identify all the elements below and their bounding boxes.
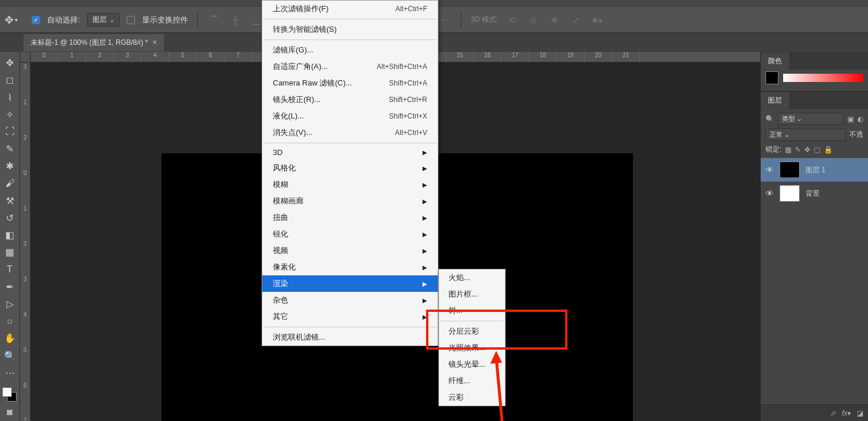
submenu-item[interactable]: 光照效果... (439, 340, 505, 356)
eraser-tool[interactable]: ◧ (0, 226, 19, 244)
ruler-tick: 7 (20, 416, 30, 421)
submenu-item[interactable]: 树... (439, 302, 505, 319)
submenu-item[interactable]: 纤维... (439, 373, 505, 389)
menu-item[interactable]: 浏览联机滤镜... (262, 329, 438, 346)
eyedropper-tool[interactable]: ✎ (0, 140, 19, 157)
align-vcenter-icon[interactable]: ╫ (229, 13, 243, 27)
ruler-corner (20, 52, 31, 63)
ruler-tick: 4 (20, 310, 30, 346)
link-icon[interactable]: ⬀ (830, 409, 836, 417)
layer-row[interactable]: 👁背景 (761, 182, 868, 205)
menu-item[interactable]: 自适应广角(A)...Alt+Shift+Ctrl+A (262, 58, 438, 75)
visibility-icon[interactable]: 👁 (765, 165, 774, 175)
shape-tool[interactable]: ○ (0, 313, 19, 330)
layer-row[interactable]: 👁图层 1 (761, 158, 868, 182)
3d-pan-icon[interactable]: ✥ (547, 13, 562, 27)
layers-panel-tab[interactable]: 图层 (761, 92, 789, 109)
submenu-item[interactable]: 云彩 (439, 389, 505, 406)
hand-tool[interactable]: ✋ (0, 330, 19, 347)
layer-thumb (780, 162, 800, 178)
auto-select-label: 自动选择: (47, 15, 80, 25)
lock-pixels-icon[interactable]: ▦ (785, 146, 791, 154)
lock-artboard-icon[interactable]: ▢ (814, 146, 820, 154)
filter-adj-icon[interactable]: ◐ (857, 115, 863, 123)
lock-all-icon[interactable]: 🔒 (824, 146, 833, 154)
marquee-tool[interactable]: ◻ (0, 71, 19, 88)
foreground-swatch[interactable] (2, 387, 12, 397)
pen-tool[interactable]: ✒ (0, 278, 19, 295)
3d-roll-icon[interactable]: ◎ (526, 13, 540, 27)
submenu-item[interactable]: 火焰... (439, 269, 505, 286)
auto-select-checkbox[interactable]: ✓ (32, 16, 40, 24)
path-tool[interactable]: ▷ (0, 295, 19, 313)
fx-icon[interactable]: fx▾ (842, 409, 851, 417)
ruler-tick: 0 (20, 169, 30, 204)
menu-item[interactable]: 镜头校正(R)...Shift+Ctrl+R (262, 91, 438, 108)
move-tool[interactable]: ✥ (0, 54, 19, 71)
color-swatches[interactable] (0, 385, 19, 404)
move-tool-icon[interactable]: ✥▾ (5, 14, 25, 27)
menu-item[interactable]: 液化(L)...Shift+Ctrl+X (262, 108, 438, 124)
lock-position-icon[interactable]: ✎ (795, 146, 801, 154)
menu-item[interactable]: 模糊画廊▶ (262, 193, 438, 209)
ruler-tick: 6 (20, 381, 30, 416)
type-tool[interactable]: T (0, 261, 19, 278)
extra-tool[interactable]: ⋯ (0, 364, 19, 381)
menu-separator (263, 40, 437, 40)
layer-name: 背景 (806, 189, 820, 199)
distribute-4-icon[interactable]: ⋯ (437, 13, 451, 27)
visibility-icon[interactable]: 👁 (765, 189, 774, 198)
menu-item[interactable]: 扭曲▶ (262, 209, 438, 226)
menu-item[interactable]: 上次滤镜操作(F)Alt+Ctrl+F (262, 1, 438, 17)
layer-thumb (780, 185, 800, 202)
menu-item[interactable]: 消失点(V)...Alt+Ctrl+V (262, 124, 438, 141)
menu-item[interactable]: 转换为智能滤镜(S) (262, 21, 438, 38)
magic-wand-tool[interactable]: ✧ (0, 106, 19, 123)
gradient-tool[interactable]: ▦ (0, 244, 19, 261)
menu-item[interactable]: 模糊▶ (262, 176, 438, 193)
lasso-tool[interactable]: ⌇ (0, 88, 19, 106)
filter-img-icon[interactable]: ▣ (847, 115, 854, 123)
ruler-tick: 5 (169, 52, 197, 62)
menu-item[interactable]: 视频▶ (262, 242, 438, 259)
color-thumb[interactable] (765, 71, 778, 84)
menu-item[interactable]: 像素化▶ (262, 259, 438, 275)
healing-tool[interactable]: ✱ (0, 157, 19, 175)
ruler-tick: 1 (20, 204, 30, 239)
vertical-ruler: 3120123456789 (20, 63, 31, 421)
submenu-item[interactable]: 分层云彩 (439, 323, 505, 340)
menu-item[interactable]: 杂色▶ (262, 292, 438, 308)
layer-filter-select[interactable]: 类型 ⌄ (778, 113, 844, 125)
3d-slide-icon[interactable]: ⤢ (569, 13, 583, 27)
show-transform-checkbox[interactable] (127, 16, 135, 24)
crop-tool[interactable]: ⛶ (0, 123, 19, 140)
close-tab-icon[interactable]: × (153, 38, 157, 47)
lock-move-icon[interactable]: ✥ (804, 146, 810, 154)
menu-item[interactable]: 渲染▶ (262, 275, 438, 292)
menu-item[interactable]: 风格化▶ (262, 160, 438, 176)
document-tab[interactable]: 未标题-1 @ 100% (图层 1, RGB/8#) * × (24, 34, 164, 51)
quickmask-tool[interactable]: ◙ (0, 404, 19, 421)
submenu-item[interactable]: 图片框... (439, 286, 505, 302)
mask-icon[interactable]: ◪ (857, 409, 863, 417)
3d-orbit-icon[interactable]: ⟲ (505, 13, 519, 27)
menu-item[interactable]: Camera Raw 滤镜(C)...Shift+Ctrl+A (262, 75, 438, 91)
stamp-tool[interactable]: ⚒ (0, 192, 19, 209)
menu-item[interactable]: 3D▶ (262, 145, 438, 160)
auto-select-target[interactable]: 图层 ⌄ (87, 13, 120, 27)
blend-mode-select[interactable]: 正常 ⌄ (765, 129, 846, 141)
3d-camera-icon[interactable]: ■◂ (590, 13, 604, 27)
history-brush-tool[interactable]: ↺ (0, 209, 19, 226)
menu-item[interactable]: 滤镜库(G)... (262, 42, 438, 58)
menu-separator (263, 19, 437, 19)
color-panel-tab[interactable]: 颜色 (761, 52, 789, 70)
ruler-tick: 3 (20, 63, 30, 98)
menu-item[interactable]: 其它▶ (262, 308, 438, 325)
submenu-item[interactable]: 镜头光晕... (439, 356, 505, 373)
zoom-tool[interactable]: 🔍 (0, 347, 19, 364)
brush-tool[interactable]: 🖌 (0, 175, 19, 192)
menu-item[interactable]: 锐化▶ (262, 226, 438, 242)
ruler-tick: 0 (31, 52, 58, 62)
align-top-icon[interactable]: ▔ (207, 13, 222, 27)
color-slider[interactable] (783, 74, 863, 82)
